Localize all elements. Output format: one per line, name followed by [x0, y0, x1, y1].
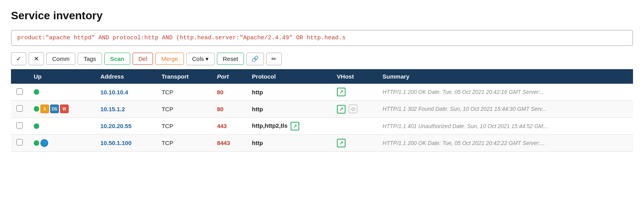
- link-button[interactable]: 🔗: [246, 53, 264, 65]
- col-transport: Transport: [156, 69, 211, 84]
- dsm-tag-icon: DS: [50, 105, 59, 113]
- row-address: 10.50.1.100: [95, 134, 156, 151]
- col-checkbox: [11, 69, 28, 84]
- col-up: Up: [28, 69, 95, 84]
- service-table: Up Address Transport Port Protocol VHost…: [11, 69, 633, 152]
- row-transport: TCP: [156, 101, 211, 118]
- row-protocol: http: [246, 101, 331, 118]
- row-transport: TCP: [156, 134, 211, 151]
- table-header: Up Address Transport Port Protocol VHost…: [11, 69, 633, 84]
- globe-tag-icon: 🌐: [40, 139, 48, 147]
- col-vhost: VHost: [331, 69, 377, 84]
- row-address: 10.15.1.2: [95, 101, 156, 118]
- toolbar: ✓ ✕ Comm Tags Scan Del Merge Cols ▾ Rese…: [11, 52, 633, 69]
- vhost-link-icon[interactable]: ↗: [337, 139, 346, 147]
- del-button[interactable]: Del: [133, 53, 153, 65]
- row-summary: HTTP/1.1 302 Found Date: Sun, 10 Oct 202…: [377, 101, 633, 118]
- ip-address-link[interactable]: 10.10.10.4: [100, 89, 128, 95]
- row-port: 8443: [211, 134, 246, 151]
- table-row: X DS W 10.15.1.2 TCP 80 http ↗ ⊙ HTTP/1.…: [11, 101, 633, 118]
- col-summary: Summary: [377, 69, 633, 84]
- row-port: 443: [211, 118, 246, 134]
- row-summary: HTTP/1.1 401 Unauthorized Date: Sun, 10 …: [377, 118, 633, 134]
- edit-button[interactable]: ✏: [266, 53, 282, 65]
- col-protocol: Protocol: [246, 69, 331, 84]
- row-status: [28, 118, 95, 134]
- protocol-vhost-icon[interactable]: ↗: [291, 122, 299, 130]
- row-address: 10.20.20.55: [95, 118, 156, 134]
- row-port: 80: [211, 101, 246, 118]
- status-up-dot: [34, 140, 39, 146]
- vhost-preview-icon[interactable]: ⊙: [349, 105, 357, 113]
- status-up-dot: [34, 123, 39, 129]
- row-status: 🌐: [28, 134, 95, 151]
- row-transport: TCP: [156, 118, 211, 134]
- row-protocol: http,http2,tls ↗: [246, 118, 331, 134]
- row-status: X DS W: [28, 101, 95, 118]
- status-up-dot: [34, 89, 39, 95]
- ip-address-link[interactable]: 10.15.1.2: [100, 106, 125, 112]
- row-checkbox[interactable]: [16, 105, 23, 112]
- vhost-link-icon[interactable]: ↗: [337, 88, 346, 96]
- row-status: [28, 84, 95, 101]
- who-tag-icon: W: [60, 105, 69, 113]
- ip-address-link[interactable]: 10.50.1.100: [100, 140, 131, 146]
- row-vhost: ↗: [331, 134, 377, 151]
- row-vhost: ↗ ⊙: [331, 101, 377, 118]
- page-title: Service inventory: [11, 9, 633, 22]
- row-summary: HTTP/1.1 200 OK Date: Tue, 05 Oct 2021 2…: [377, 84, 633, 101]
- row-checkbox-cell: [11, 84, 28, 101]
- tags-button[interactable]: Tags: [78, 53, 102, 65]
- check-button[interactable]: ✓: [11, 52, 26, 65]
- table-row: 10.20.20.55 TCP 443 http,http2,tls ↗ HTT…: [11, 118, 633, 134]
- row-summary: HTTP/1.1 200 OK Date: Tue, 05 Oct 2021 2…: [377, 134, 633, 151]
- row-protocol: http: [246, 134, 331, 151]
- row-checkbox-cell: [11, 118, 28, 134]
- reset-button[interactable]: Reset: [217, 53, 244, 65]
- xampp-tag-icon: X: [40, 105, 49, 113]
- row-checkbox-cell: [11, 101, 28, 118]
- status-up-dot: [34, 106, 39, 112]
- clear-button[interactable]: ✕: [29, 52, 44, 65]
- query-bar[interactable]: product:"apache httpd" AND protocol:http…: [11, 30, 633, 46]
- ip-address-link[interactable]: 10.20.20.55: [100, 123, 131, 129]
- col-port: Port: [211, 69, 246, 84]
- row-vhost: ↗: [331, 84, 377, 101]
- scan-button[interactable]: Scan: [104, 53, 130, 65]
- col-address: Address: [95, 69, 156, 84]
- row-address: 10.10.10.4: [95, 84, 156, 101]
- row-checkbox[interactable]: [16, 139, 23, 145]
- row-checkbox[interactable]: [16, 88, 23, 95]
- row-port: 80: [211, 84, 246, 101]
- table-row: 🌐 10.50.1.100 TCP 8443 http ↗ HTTP/1.1 2…: [11, 134, 633, 151]
- row-transport: TCP: [156, 84, 211, 101]
- merge-button[interactable]: Merge: [155, 53, 184, 65]
- comm-button[interactable]: Comm: [46, 53, 75, 65]
- row-checkbox[interactable]: [16, 122, 23, 129]
- vhost-link-icon[interactable]: ↗: [337, 105, 346, 114]
- row-checkbox-cell: [11, 134, 28, 151]
- row-vhost: [331, 118, 377, 134]
- cols-button[interactable]: Cols ▾: [186, 53, 215, 65]
- row-protocol: http: [246, 84, 331, 101]
- table-row: 10.10.10.4 TCP 80 http ↗ HTTP/1.1 200 OK…: [11, 84, 633, 101]
